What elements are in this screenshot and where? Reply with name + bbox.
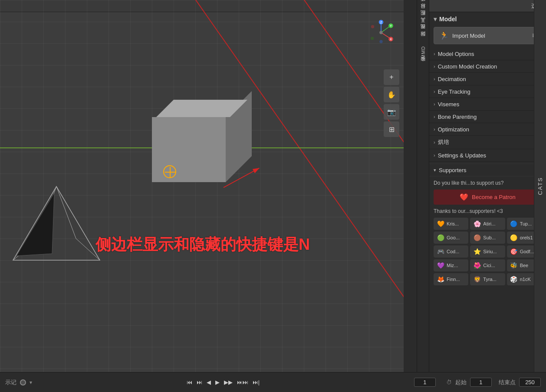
shortcut-hint-text: 侧边栏显示和隐藏的快捷键是N — [95, 234, 310, 255]
keyframe-dot[interactable] — [20, 379, 26, 385]
cats-tab[interactable]: CATS — [534, 0, 546, 372]
supporter-avatar-0: 🧡 — [436, 219, 445, 228]
grid-button[interactable]: ⊞ — [384, 121, 399, 137]
chevron-settings: › — [434, 153, 435, 158]
section-model-options[interactable]: › Model Options ⠿ — [429, 48, 546, 60]
supporter-12: 🦊 Finn... — [434, 273, 468, 285]
svg-line-2 — [56, 186, 76, 238]
vtab-match[interactable]: 匹配 — [418, 16, 428, 22]
start-frame-input[interactable]: 1 — [470, 378, 492, 387]
supporter-avatar-4: 🟤 — [473, 233, 481, 242]
supporter-avatar-3: 🟢 — [436, 233, 445, 242]
svg-text:Z: Z — [380, 21, 382, 24]
section-custom-model-creation[interactable]: › Custom Model Creation ⠿ — [429, 60, 546, 73]
supporter-1: 🌸 Atiri... — [470, 218, 505, 230]
supporter-13: 🦁 Tyra... — [470, 273, 505, 285]
svg-line-9 — [381, 26, 390, 33]
keyframe-dropdown[interactable]: ▾ — [30, 379, 32, 385]
jump-start-button[interactable]: ⏮ — [185, 378, 194, 386]
current-frame-input[interactable]: 1 — [414, 378, 436, 387]
supporter-avatar-13: 🦁 — [473, 275, 481, 284]
jump-end-button[interactable]: ⏭| — [251, 378, 261, 386]
vtab-view[interactable]: 视图 — [418, 29, 428, 36]
supporter-avatar-9: 💜 — [436, 261, 445, 270]
heart-icon: ❤️ — [460, 193, 468, 201]
supporter-avatar-6: 🎮 — [436, 247, 445, 256]
camera-button[interactable]: 📷 — [384, 104, 399, 120]
orientation-gizmo[interactable]: Z Y X — [368, 20, 394, 46]
pan-button[interactable]: ✋ — [384, 87, 399, 102]
clock-icon: ⏱ — [446, 379, 452, 385]
wireframe-pyramid — [9, 182, 104, 269]
svg-point-16 — [371, 37, 374, 40]
model-title: ▾ Model — [434, 16, 457, 23]
vtab-tool[interactable]: 工具 — [418, 23, 428, 29]
chevron-custom-model: › — [434, 64, 435, 69]
view-controls[interactable]: + ✋ 📷 ⊞ — [384, 69, 399, 137]
supporter-0: 🧡 Kris... — [434, 218, 468, 230]
section-baking[interactable]: › 烘培 ⠿ — [429, 136, 546, 149]
timeline-label: 示记 — [5, 379, 16, 386]
supporter-avatar-2: 🔵 — [510, 219, 518, 228]
supporter-4: 🟤 Sub... — [470, 232, 505, 244]
section-visemes[interactable]: › Visemes ⠿ — [429, 98, 546, 111]
supporters-title: Supporters — [439, 167, 467, 173]
vtab-mmd[interactable]: MMD — [419, 43, 427, 61]
cats-label[interactable]: CATS — [535, 173, 545, 199]
section-settings-updates[interactable]: › Settings & Updates ⠿ — [429, 149, 546, 162]
chevron-optimization: › — [434, 127, 435, 132]
supporter-3: 🟢 Goo... — [434, 232, 468, 244]
zoom-in-button[interactable]: + — [384, 69, 399, 85]
supporter-6: 🎮 Cod... — [434, 245, 468, 258]
section-supporters-header[interactable]: ▾ Supporters ⠿ — [429, 164, 546, 176]
supporter-avatar-7: ⭐ — [473, 247, 481, 256]
section-optimization[interactable]: › Optimization ⠿ — [429, 123, 546, 136]
svg-text:Y: Y — [390, 24, 392, 27]
chevron-bone-parenting: › — [434, 114, 435, 119]
vtab-experiment[interactable]: 实验 — [418, 62, 428, 68]
vertical-tab-list: 选项 目标 匹配 工具 视图 国际 MMD 实验 — [417, 0, 429, 372]
section-eye-tracking[interactable]: › Eye Tracking ⠿ — [429, 85, 546, 98]
timeline-controls[interactable]: ⏮ ⏭ ◀ ▶ ▶▶ ⏭⏭ ⏭| — [185, 378, 261, 386]
jump-prev-key-button[interactable]: ⏭ — [195, 378, 204, 386]
vtab-international[interactable]: 国际 — [418, 36, 428, 42]
model-section-header: ▾ Model ⠿ — [429, 12, 546, 23]
chevron-eye-tracking: › — [434, 89, 435, 94]
become-patron-button[interactable]: ❤️ Become a Patron — [434, 189, 542, 205]
timeline-bar: 示记 ▾ ⏮ ⏭ ◀ ▶ ▶▶ ⏭⏭ ⏭| 1 ⏱ 起始 1 结束点 250 — [0, 372, 546, 392]
3d-viewport[interactable]: Z Y X + ✋ 📷 ⊞ 侧边栏显示和隐藏的快捷键是N — [0, 0, 404, 372]
jump-next-key-button[interactable]: ⏭⏭ — [235, 378, 250, 386]
vtab-target[interactable]: 目标 — [418, 9, 428, 15]
model-collapse-icon[interactable]: ▾ — [434, 16, 437, 23]
supporter-avatar-10: 🌺 — [473, 261, 481, 270]
svg-point-15 — [379, 40, 383, 43]
chevron-visemes: › — [434, 101, 435, 107]
supporter-avatar-8: 🎯 — [510, 247, 518, 256]
start-label: 起始 — [455, 379, 467, 386]
chevron-baking: › — [434, 140, 435, 145]
svg-point-18 — [379, 31, 383, 34]
end-label: 结束点 — [499, 379, 516, 386]
supporter-avatar-14: 🎲 — [510, 275, 518, 284]
right-panel: 选项 ▾ Model ⠿ 🏃 Import Model ≡ › Model Op… — [429, 0, 546, 372]
supporter-avatar-11: 🐝 — [510, 261, 518, 270]
svg-marker-5 — [16, 193, 54, 256]
vtab-options[interactable]: 选项 — [418, 2, 428, 8]
thanks-text: Thanks to our...supporters! <3 — [434, 208, 542, 214]
next-frame-button[interactable]: ▶▶ — [222, 378, 234, 386]
section-decimation[interactable]: › Decimation ⠿ — [429, 73, 546, 85]
import-model-button[interactable]: 🏃 Import Model ≡ — [434, 27, 542, 44]
svg-text:X: X — [390, 38, 392, 41]
section-bone-parenting[interactable]: › Bone Parenting ⠿ — [429, 111, 546, 123]
supporter-9: 💜 Miz... — [434, 259, 468, 271]
supporter-avatar-5: 🟡 — [510, 233, 518, 242]
prev-frame-button[interactable]: ◀ — [205, 378, 213, 386]
supporter-7: ⭐ Siriu... — [470, 245, 505, 258]
play-button[interactable]: ▶ — [214, 378, 221, 386]
supporters-grid: 🧡 Kris... 🌸 Atiri... 🔵 Tup... 🟢 Goo... 🟤 — [434, 218, 542, 285]
object-origin-circle — [163, 165, 176, 178]
chevron-decimation: › — [434, 76, 435, 82]
supporters-question: Do you like thi...to support us? — [434, 180, 542, 186]
end-frame-input[interactable]: 250 — [519, 378, 541, 387]
supporter-10: 🌺 Cici... — [470, 259, 505, 271]
